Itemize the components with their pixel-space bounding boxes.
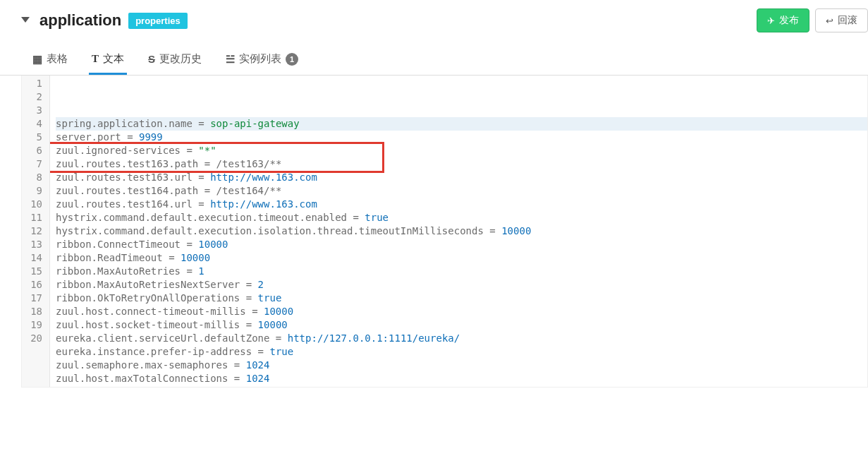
line-number: 8 xyxy=(26,171,42,184)
code-editor[interactable]: 1234567891011121314151617181920 spring.a… xyxy=(21,76,868,388)
header-actions: ✈ 发布 ↩ 回滚 xyxy=(757,8,868,32)
line-number-gutter: 1234567891011121314151617181920 xyxy=(22,76,50,387)
code-line[interactable]: zuul.ignored-services = "*" xyxy=(56,144,867,157)
code-line[interactable]: zuul.routes.test164.url = http://www.163… xyxy=(56,198,867,211)
line-number: 9 xyxy=(26,184,42,198)
title-group: application properties xyxy=(21,11,188,30)
tab-text-label: 文本 xyxy=(103,52,124,66)
line-number: 3 xyxy=(26,104,42,117)
page-title: application xyxy=(39,11,121,30)
line-number: 10 xyxy=(26,198,42,211)
line-number: 12 xyxy=(26,224,42,238)
line-number: 11 xyxy=(26,211,42,224)
file-type-badge: properties xyxy=(128,13,188,29)
line-number: 2 xyxy=(26,90,42,104)
paper-plane-icon: ✈ xyxy=(767,16,775,26)
rollback-button-label: 回滚 xyxy=(838,14,857,27)
code-line[interactable]: ribbon.ConnectTimeout = 10000 xyxy=(56,238,867,251)
rollback-button[interactable]: ↩ 回滚 xyxy=(815,8,868,32)
list-icon: ☱ xyxy=(226,53,235,66)
tab-text[interactable]: T 文本 xyxy=(89,45,127,75)
code-line[interactable]: eureka.client.serviceUrl.defaultZone = h… xyxy=(56,332,867,345)
code-line[interactable]: zuul.host.socket-timeout-millis = 10000 xyxy=(56,318,867,332)
tab-history-label: 更改历史 xyxy=(159,52,202,66)
table-icon: ▦ xyxy=(32,53,42,66)
tab-table-label: 表格 xyxy=(47,52,68,66)
instances-count-badge: 1 xyxy=(286,53,298,66)
code-line[interactable]: hystrix.command.default.execution.isolat… xyxy=(56,224,867,238)
text-icon: T xyxy=(92,53,99,65)
line-number: 14 xyxy=(26,251,42,265)
line-number: 1 xyxy=(26,77,42,90)
caret-down-icon[interactable] xyxy=(21,17,30,23)
tab-instances[interactable]: ☱ 实例列表 1 xyxy=(223,45,301,75)
code-line[interactable]: server.port = 9999 xyxy=(56,131,867,144)
tab-bar: ▦ 表格 T 文本 S 更改历史 ☱ 实例列表 1 xyxy=(21,45,868,75)
line-number: 15 xyxy=(26,265,42,278)
line-number: 17 xyxy=(26,292,42,305)
code-content[interactable]: spring.application.name = sop-api-gatewa… xyxy=(50,76,867,387)
code-line[interactable]: spring.application.name = sop-api-gatewa… xyxy=(56,117,867,131)
code-line[interactable]: zuul.host.connect-timeout-millis = 10000 xyxy=(56,305,867,318)
line-number: 5 xyxy=(26,131,42,144)
line-number: 13 xyxy=(26,238,42,251)
tab-instances-label: 实例列表 xyxy=(239,52,281,66)
tab-table[interactable]: ▦ 表格 xyxy=(30,45,71,75)
publish-button[interactable]: ✈ 发布 xyxy=(757,8,809,32)
line-number: 6 xyxy=(26,144,42,157)
line-number: 7 xyxy=(26,157,42,171)
code-line[interactable]: zuul.routes.test164.path = /test164/** xyxy=(56,184,867,198)
history-icon: S xyxy=(148,53,155,65)
line-number: 16 xyxy=(26,278,42,292)
code-line[interactable]: ribbon.OkToRetryOnAllOperations = true xyxy=(56,292,867,305)
code-line[interactable]: zuul.routes.test163.path = /test163/** xyxy=(56,157,867,171)
code-line[interactable]: ribbon.MaxAutoRetries = 1 xyxy=(56,265,867,278)
line-number: 19 xyxy=(26,318,42,332)
code-line[interactable]: eureka.instance.prefer-ip-address = true xyxy=(56,345,867,359)
undo-icon: ↩ xyxy=(826,16,833,26)
line-number: 18 xyxy=(26,305,42,318)
code-line[interactable]: zuul.routes.test163.url = http://www.163… xyxy=(56,171,867,184)
code-line[interactable]: ribbon.ReadTimeout = 10000 xyxy=(56,251,867,265)
publish-button-label: 发布 xyxy=(779,14,799,27)
line-number: 20 xyxy=(26,332,42,345)
code-line[interactable]: hystrix.command.default.execution.timeou… xyxy=(56,211,867,224)
code-line[interactable]: zuul.semaphore.max-semaphores = 1024 xyxy=(56,359,867,372)
tab-history[interactable]: S 更改历史 xyxy=(145,45,204,75)
code-line[interactable]: zuul.host.maxTotalConnections = 1024 xyxy=(56,372,867,385)
line-number: 4 xyxy=(26,117,42,131)
code-line[interactable]: ribbon.MaxAutoRetriesNextServer = 2 xyxy=(56,278,867,292)
